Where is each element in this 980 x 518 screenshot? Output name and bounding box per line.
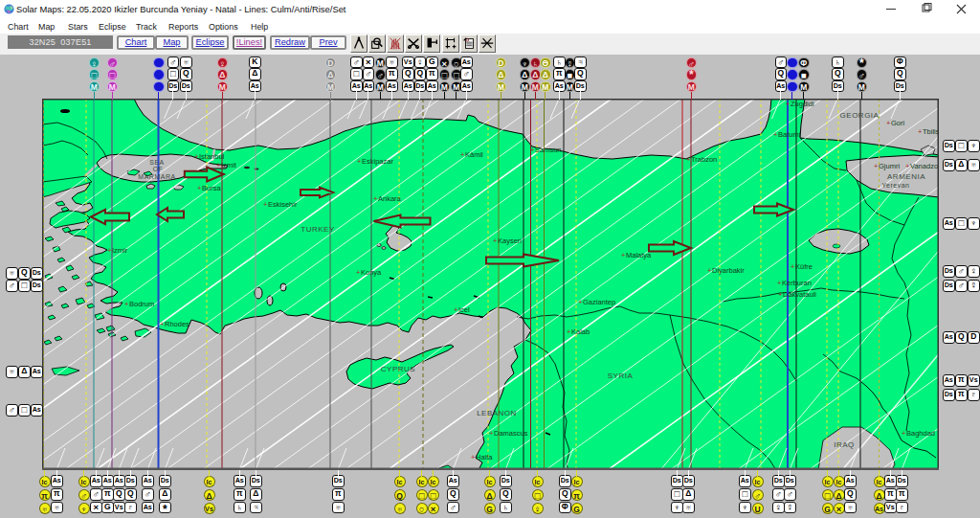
svg-text:MARMARA: MARMARA [138, 173, 175, 180]
svg-text:Trabzon: Trabzon [691, 155, 717, 164]
svg-text:CYPRUS: CYPRUS [381, 365, 415, 373]
svg-text:Izmir: Izmir [112, 246, 128, 255]
svg-text:Gori: Gori [891, 119, 905, 127]
svg-text:Icel: Icel [458, 305, 470, 314]
svg-text:Kalab: Kalab [571, 327, 590, 336]
svg-text:TURKEY: TURKEY [301, 225, 335, 234]
svg-text:IRAQ: IRAQ [834, 440, 855, 449]
svg-text:Gjumri: Gjumri [879, 162, 900, 170]
svg-text:Bodrum: Bodrum [129, 300, 154, 308]
svg-text:Dakvatauli: Dakvatauli [783, 290, 816, 299]
svg-text:Izmit: Izmit [221, 161, 237, 169]
svg-text:Diyarbakir: Diyarbakir [712, 266, 745, 275]
svg-text:Ankara: Ankara [378, 194, 402, 203]
svg-text:Haifa: Haifa [476, 453, 493, 462]
svg-text:Malatya: Malatya [626, 251, 652, 259]
svg-text:OF: OF [153, 166, 164, 172]
svg-text:Istanbul: Istanbul [199, 152, 225, 161]
svg-text:Yerevan: Yerevan [882, 182, 910, 189]
svg-text:GEORGIA: GEORGIA [840, 111, 880, 120]
svg-text:Bursa: Bursa [202, 184, 221, 192]
svg-text:Küfre: Küfre [795, 262, 813, 271]
svg-text:Rhodes: Rhodes [165, 320, 189, 328]
svg-text:Batumi: Batumi [778, 130, 801, 139]
svg-text:Zugdidi: Zugdidi [791, 100, 814, 108]
svg-text:Gaziantep: Gaziantep [583, 298, 615, 306]
svg-text:Baghdad: Baghdad [906, 429, 935, 438]
svg-text:Eskipazar: Eskipazar [362, 157, 393, 166]
svg-text:ARMENIA: ARMENIA [887, 172, 925, 181]
svg-text:Eskisehir: Eskisehir [268, 200, 298, 209]
svg-text:Konya: Konya [361, 268, 382, 277]
svg-text:Kâmil: Kâmil [465, 150, 483, 159]
svg-text:Samsun: Samsun [535, 146, 562, 154]
svg-text:Kerburan: Kerburan [782, 279, 812, 287]
svg-text:SYRIA: SYRIA [608, 372, 634, 380]
svg-text:Kayseri: Kayseri [498, 236, 522, 245]
svg-text:Tbilisi: Tbilisi [923, 127, 939, 136]
svg-text:LEBANON: LEBANON [477, 409, 517, 417]
svg-text:Vanadzor: Vanadzor [910, 162, 939, 170]
svg-text:SEA: SEA [149, 159, 165, 166]
svg-text:Damascus: Damascus [494, 429, 528, 438]
